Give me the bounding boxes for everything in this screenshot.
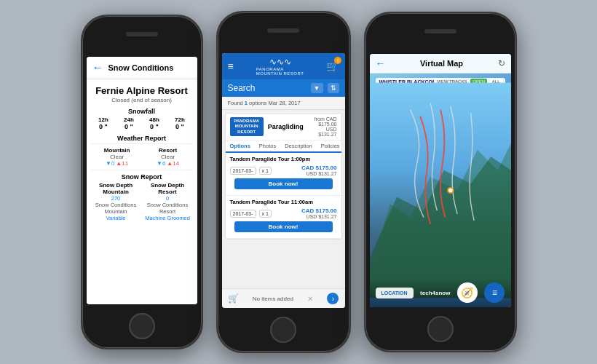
sf-label-12h: 12h (98, 116, 108, 123)
snow-header: ← Snow Conditions (87, 57, 197, 79)
snowfall-row: 12h 0 " 24h 0 " 48h 0 " 72h 0 " (91, 116, 193, 130)
price-usd: USD $131.27 (308, 127, 337, 137)
weather-resort-title: Resort (157, 147, 179, 154)
search-bar: Search ▼ ⇅ (222, 79, 345, 97)
weather-mountain: Mountain Clear ▼0 ▲11 (104, 147, 130, 167)
tour-name-11am: Tandem Paraglide Tour 11:00am (230, 199, 337, 205)
phone-panorama: ≡ ∿∿∿ PANORAMAMOUNTAIN RESORT 🛒 0 Search… (216, 11, 351, 353)
tour-date-11am[interactable]: 2017-03- (230, 210, 256, 218)
snow-report-label: Snow Report (91, 173, 193, 181)
sf-label-72h: 72h (175, 116, 185, 123)
menu-button[interactable]: ≡ (228, 60, 234, 72)
tour-price-1pm: CAD $175.00 USD $131.27 (301, 165, 336, 176)
resort-status: Closed (end of season) (91, 97, 193, 103)
filter-button[interactable]: ▼ (311, 83, 323, 93)
snowfall-72h: 72h 0 " (175, 116, 185, 130)
sort-button[interactable]: ⇅ (328, 83, 339, 93)
cart-bar: 🛒 No items added ✕ › (222, 288, 345, 308)
phone-speaker (424, 29, 456, 33)
temp-down-icon: ▼0 (106, 160, 114, 167)
sf-value-12h: 0 " (98, 123, 108, 130)
menu-fab-button[interactable]: ≡ (484, 282, 505, 303)
pano-cart[interactable]: 🛒 0 (326, 60, 339, 73)
snow-depth-mountain-title: Snow Depth Mountain (91, 182, 141, 195)
weather-resort: Resort Clear ▼6 ▲14 (157, 147, 179, 167)
snowfall-label: Snowfall (91, 108, 193, 115)
cart-text: No items added (253, 296, 293, 302)
weather-resort-status: Clear (157, 154, 179, 160)
tab-description[interactable]: Description (280, 141, 317, 153)
snow-depth-resort: Snow Depth Resort 0 Snow Conditions Reso… (143, 182, 193, 221)
tour-usd-11am: USD $131.27 (301, 214, 336, 219)
search-results-info: Found 1 options Mar 28, 2017 (222, 97, 345, 110)
weather-mountain-temp: ▼0 ▲11 (104, 160, 130, 167)
snow-depth-resort-title: Snow Depth Resort (143, 182, 193, 195)
tour-name-1pm: Tandem Paraglide Tour 1:00pm (230, 156, 337, 162)
compass-icon: 🧭 (461, 287, 473, 298)
tour-row-11am: Tandem Paraglide Tour 11:00am 2017-03- x… (226, 196, 341, 239)
terrain-map-svg (370, 74, 511, 307)
snow-conditions-mountain-label: Snow Conditions Mountain (91, 202, 141, 215)
sf-value-24h: 0 " (124, 123, 134, 130)
tabs-row: Options Photos Description Policies (226, 141, 341, 153)
result-card-header: PANORAMAMOUNTAIN RESORT Paragliding from… (226, 114, 341, 141)
screen-snow-conditions: ← Snow Conditions Fernie Alpine Resort C… (87, 57, 197, 304)
result-count: 1 (245, 100, 248, 106)
phone-home-button[interactable] (129, 313, 155, 339)
cart-next-button[interactable]: › (327, 293, 339, 304)
snowfall-12h: 12h 0 " (98, 116, 108, 130)
map-area[interactable]: WHISTLER BLACKCOMB VIEW TRACKS OPEN ALL (370, 74, 511, 307)
sf-label-48h: 48h (149, 116, 159, 123)
location-button[interactable]: LOCATION (376, 288, 414, 298)
weather-section: Mountain Clear ▼0 ▲11 Resort Clear ▼6 ▲1… (91, 143, 193, 170)
tour-row-1pm: Tandem Paraglide Tour 1:00pm 2017-03- x … (226, 153, 341, 196)
tour-qty-1pm[interactable]: x 1 (259, 167, 272, 175)
snow-depth-resort-value: 0 (143, 195, 193, 202)
weather-mountain-title: Mountain (104, 147, 130, 154)
weather-mountain-status: Clear (104, 154, 130, 160)
snow-conditions-mountain-value: Variable (91, 215, 141, 221)
snow-conditions-resort-value: Machine Groomed (143, 215, 193, 221)
book-button-1pm[interactable]: Book now! (234, 178, 333, 189)
sf-value-48h: 0 " (149, 123, 159, 130)
snow-content: Fernie Alpine Resort Closed (end of seas… (87, 79, 197, 304)
snowfall-24h: 24h 0 " (124, 116, 134, 130)
logo-wave: ∿∿∿ (269, 57, 291, 67)
tab-policies[interactable]: Policies (317, 141, 342, 153)
result-logo: PANORAMAMOUNTAIN RESORT (230, 117, 264, 136)
tour-booking-1pm: 2017-03- x 1 CAD $175.00 USD $131.27 (230, 165, 337, 176)
book-button-11am[interactable]: Book now! (234, 221, 333, 232)
close-icon[interactable]: ✕ (307, 295, 313, 303)
result-price: from CAD $175.00 USD $131.27 (308, 116, 337, 137)
map-header: ← Virtual Map ↻ (370, 54, 511, 74)
back-button[interactable]: ← (376, 58, 386, 69)
tour-qty-11am[interactable]: x 1 (259, 210, 272, 218)
weather-resort-temp: ▼6 ▲14 (157, 160, 179, 167)
tour-booking-11am: 2017-03- x 1 CAD $175.00 USD $131.27 (230, 207, 337, 219)
tab-photos[interactable]: Photos (255, 141, 280, 153)
screen-title: Snow Conditions (108, 63, 174, 72)
logo-text: PANORAMAMOUNTAIN RESORT (256, 67, 304, 76)
phone-home-button[interactable] (270, 317, 296, 343)
snowfall-48h: 48h 0 " (149, 116, 159, 130)
price-from: from CAD $175.00 (308, 116, 337, 127)
back-button[interactable]: ← (92, 61, 104, 74)
map-title: Virtual Map (420, 59, 463, 68)
snow-conditions-resort-label: Snow Conditions Resort (143, 202, 193, 215)
pano-header: ≡ ∿∿∿ PANORAMAMOUNTAIN RESORT 🛒 0 (222, 53, 345, 79)
refresh-button[interactable]: ↻ (498, 58, 505, 68)
sf-value-72h: 0 " (175, 123, 185, 130)
tab-options[interactable]: Options (226, 141, 255, 153)
resort-name: Fernie Alpine Resort (91, 85, 193, 97)
snow-depth-mountain-value: 270 (91, 195, 141, 202)
phone-home-button[interactable] (427, 316, 454, 342)
phone-virtual-map: ← Virtual Map ↻ WHISTLER BLACKCOMB VIEW … (364, 12, 517, 352)
weather-report-label: Weather Report (91, 135, 193, 142)
tour-date-1pm[interactable]: 2017-03- (230, 167, 256, 175)
phone-speaker (126, 32, 158, 36)
search-label[interactable]: Search (228, 83, 307, 93)
compass-button[interactable]: 🧭 (457, 282, 478, 303)
tour-usd-1pm: USD $131.27 (301, 171, 336, 176)
cart-icon-bar: 🛒 (228, 293, 239, 304)
cart-badge: 0 (334, 57, 341, 64)
